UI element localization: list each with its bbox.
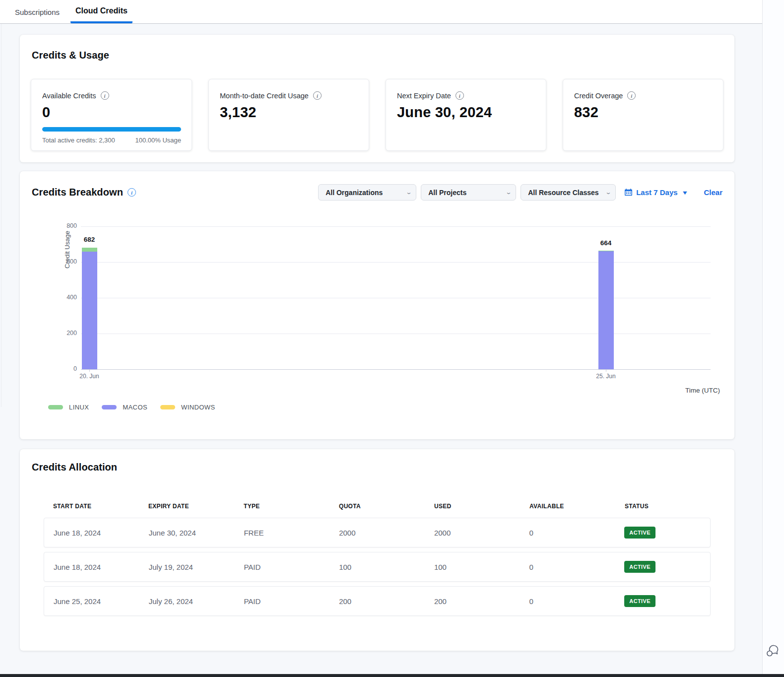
organizations-select-value: All Organizations xyxy=(326,189,383,197)
projects-select[interactable]: All Projects ⌄ xyxy=(421,184,516,201)
breakdown-filters: All Organizations ⌄ All Projects ⌄ All R… xyxy=(318,184,722,201)
info-icon[interactable]: i xyxy=(456,91,464,100)
credits-allocation-table: START DATE EXPIRY DATE TYPE QUOTA USED A… xyxy=(44,503,711,616)
col-start-date: START DATE xyxy=(44,503,139,510)
col-available: AVAILABLE xyxy=(520,503,615,510)
col-expiry-date: EXPIRY DATE xyxy=(139,503,234,510)
chevron-down-icon: ⌄ xyxy=(397,189,412,196)
gridline-200 xyxy=(81,334,711,334)
next-expiry-label: Next Expiry Date xyxy=(397,92,451,100)
cell-quota: 100 xyxy=(329,563,425,571)
cell-available: 0 xyxy=(520,597,615,606)
cell-available: 0 xyxy=(520,563,615,571)
cell-start-date: June 18, 2024 xyxy=(44,529,139,537)
cell-available: 0 xyxy=(520,529,615,537)
cell-quota: 200 xyxy=(329,597,425,606)
mtd-usage-card: Month-to-date Credit Usage i 3,132 xyxy=(208,79,369,151)
next-expiry-value: June 30, 2024 xyxy=(397,104,535,121)
table-header-row: START DATE EXPIRY DATE TYPE QUOTA USED A… xyxy=(44,503,711,518)
legend-label-linux: LINUX xyxy=(69,404,89,411)
macos-color-swatch xyxy=(102,405,117,409)
legend-item-windows[interactable]: WINDOWS xyxy=(160,404,215,411)
credits-progress-fill xyxy=(42,127,181,132)
gridline-0 xyxy=(81,369,711,370)
chart-legend: LINUX MACOS WINDOWS xyxy=(48,404,215,411)
tab-cloud-credits[interactable]: Cloud Credits xyxy=(70,6,132,23)
bar-segment-linux[interactable] xyxy=(598,251,614,251)
legend-item-macos[interactable]: MACOS xyxy=(102,404,147,411)
info-icon[interactable]: i xyxy=(128,188,136,197)
chevron-down-icon: ⌄ xyxy=(497,189,512,196)
chart-y-axis-label: Credit Usage xyxy=(64,226,71,273)
y-tick-label: 0 xyxy=(57,365,77,372)
status-badge: ACTIVE xyxy=(624,527,655,539)
clear-filters-button[interactable]: Clear xyxy=(704,188,722,197)
info-icon[interactable]: i xyxy=(313,91,322,100)
mtd-usage-value: 3,132 xyxy=(220,104,358,121)
cell-start-date: June 25, 2024 xyxy=(44,597,139,606)
chevron-down-icon: ⌄ xyxy=(597,189,612,196)
available-credits-card: Available Credits i 0 Total active credi… xyxy=(31,79,192,151)
gridline-400 xyxy=(81,298,711,298)
organizations-select[interactable]: All Organizations ⌄ xyxy=(318,184,416,201)
content-left-divider xyxy=(1,24,1,407)
cell-quota: 2000 xyxy=(329,529,425,537)
y-tick-label: 200 xyxy=(57,330,77,337)
cell-start-date: June 18, 2024 xyxy=(44,563,139,571)
cell-used: 100 xyxy=(425,563,520,571)
bar-segment-macos[interactable] xyxy=(598,251,614,369)
date-range-value: Last 7 Days xyxy=(636,188,677,197)
y-tick-label: 800 xyxy=(57,222,77,229)
info-icon[interactable]: i xyxy=(101,91,109,100)
credits-allocation-section: Credits Allocation START DATE EXPIRY DAT… xyxy=(20,449,734,651)
caret-down-icon: ▼ xyxy=(681,190,688,196)
credits-bar-chart: 020040060080068220. Jun66425. Jun xyxy=(81,226,711,369)
tab-bar: Subscriptions Cloud Credits xyxy=(0,0,762,24)
chat-bubbles-icon xyxy=(765,644,780,658)
bar-segment-macos[interactable] xyxy=(82,252,97,369)
date-range-picker[interactable]: Last 7 Days ▼ xyxy=(624,188,687,197)
cell-type: PAID xyxy=(234,563,329,571)
resource-classes-select-value: All Resource Classes xyxy=(528,189,598,197)
gridline-800 xyxy=(81,226,711,227)
chat-support-button[interactable] xyxy=(765,644,780,658)
cell-type: FREE xyxy=(234,529,329,537)
credit-overage-label: Credit Overage xyxy=(574,92,623,100)
credits-allocation-title: Credits Allocation xyxy=(32,462,711,473)
status-badge: ACTIVE xyxy=(624,595,655,607)
credits-breakdown-title: Credits Breakdown xyxy=(32,187,123,198)
table-row[interactable]: June 25, 2024 July 26, 2024 PAID 200 200… xyxy=(44,586,711,616)
credits-usage-section: Credits & Usage Available Credits i 0 To… xyxy=(20,35,734,162)
legend-item-linux[interactable]: LINUX xyxy=(48,404,89,411)
credits-progress-track xyxy=(42,127,181,132)
next-expiry-card: Next Expiry Date i June 30, 2024 xyxy=(386,79,546,151)
col-status: STATUS xyxy=(615,503,711,510)
cell-used: 2000 xyxy=(425,529,520,537)
mtd-usage-label: Month-to-date Credit Usage xyxy=(220,92,309,100)
bottom-edge-bar xyxy=(0,674,784,677)
y-tick-label: 400 xyxy=(57,294,77,301)
x-tick-label: 25. Jun xyxy=(586,373,626,380)
cell-expiry-date: July 26, 2024 xyxy=(139,597,235,606)
available-credits-value: 0 xyxy=(42,104,181,121)
credit-overage-value: 832 xyxy=(574,104,712,121)
axis-tick xyxy=(606,369,606,372)
cell-used: 200 xyxy=(425,597,520,606)
bar-segment-linux[interactable] xyxy=(82,248,97,252)
table-row[interactable]: June 18, 2024 June 30, 2024 FREE 2000 20… xyxy=(44,518,711,547)
legend-label-macos: MACOS xyxy=(123,404,147,411)
x-tick-label: 20. Jun xyxy=(69,373,109,380)
resource-classes-select[interactable]: All Resource Classes ⌄ xyxy=(521,184,616,201)
info-icon[interactable]: i xyxy=(627,91,636,100)
bar-total-label: 682 xyxy=(74,236,104,243)
col-quota: QUOTA xyxy=(329,503,425,510)
calendar-icon xyxy=(624,188,633,197)
legend-label-windows: WINDOWS xyxy=(181,404,215,411)
stat-card-row: Available Credits i 0 Total active credi… xyxy=(31,79,723,151)
cell-type: PAID xyxy=(234,597,329,606)
axis-tick xyxy=(89,369,90,372)
usage-percent-text: 100.00% Usage xyxy=(135,136,181,144)
total-active-credits-text: Total active credits: 2,300 xyxy=(42,136,115,144)
tab-subscriptions[interactable]: Subscriptions xyxy=(11,8,64,23)
table-row[interactable]: June 18, 2024 July 19, 2024 PAID 100 100… xyxy=(44,552,711,582)
